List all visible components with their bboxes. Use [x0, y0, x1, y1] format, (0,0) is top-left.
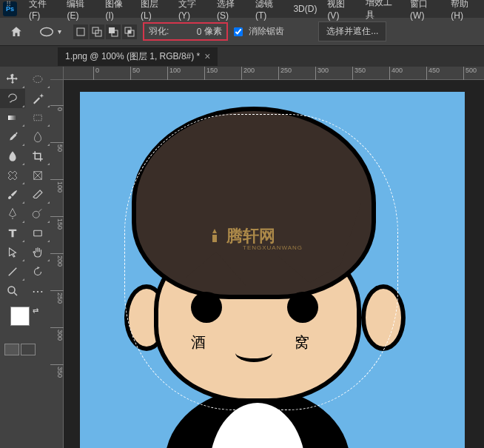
- ruler-tick: 0: [93, 67, 99, 80]
- canvas[interactable]: 酒 窝 腾轩网 TENGXUANWANG: [80, 92, 465, 448]
- swap-colors-icon[interactable]: ⇄: [33, 307, 38, 315]
- dodge-tool-icon[interactable]: [25, 204, 50, 224]
- magic-wand-tool-icon[interactable]: [25, 89, 50, 108]
- blur-tool-icon[interactable]: [0, 147, 25, 166]
- svg-rect-1: [77, 28, 84, 36]
- menu-type[interactable]: 文字(Y): [174, 0, 211, 22]
- edit-toolbar-icon[interactable]: ⋯: [25, 281, 50, 301]
- tool-preset-picker[interactable]: ▾: [33, 22, 67, 41]
- svg-point-13: [12, 218, 13, 219]
- canvas-area: 0 50 100 150 200 250 300 350 400 450 500…: [50, 67, 484, 448]
- pen-tool-icon[interactable]: [0, 204, 25, 224]
- svg-rect-11: [34, 115, 42, 121]
- selection-new-icon[interactable]: [73, 24, 88, 39]
- ruler-tick: 250: [50, 290, 64, 304]
- ruler-tick: 200: [50, 253, 64, 267]
- rotate-tool-icon[interactable]: [25, 262, 50, 281]
- feather-unit: 像素: [204, 25, 222, 38]
- ruler-tick: 300: [50, 327, 64, 341]
- svg-point-9: [33, 76, 42, 83]
- cheek-text-left: 酒: [191, 332, 206, 352]
- brush-tool-icon[interactable]: [0, 185, 25, 204]
- cheek-text-right: 窝: [295, 332, 309, 352]
- svg-rect-10: [8, 116, 17, 120]
- smudge-tool-icon[interactable]: [25, 127, 50, 147]
- menu-edit[interactable]: 编辑(E): [62, 0, 99, 22]
- ruler-tick: 450: [426, 67, 440, 80]
- frame-tool-icon[interactable]: [25, 166, 50, 185]
- ruler-tick: 100: [50, 179, 64, 193]
- svg-point-14: [33, 211, 39, 218]
- document-tab-title: 1.png @ 100% (图层 1, RGB/8#) *: [65, 50, 200, 63]
- menu-view[interactable]: 视图(V): [323, 0, 360, 22]
- type-tool-icon[interactable]: [0, 224, 25, 243]
- selection-add-icon[interactable]: [90, 24, 104, 39]
- hand-tool-icon[interactable]: [25, 243, 50, 262]
- vertical-ruler[interactable]: 0 50 100 150 200 250 300 350: [50, 80, 64, 448]
- feather-input[interactable]: [172, 27, 201, 37]
- menu-3d[interactable]: 3D(D): [289, 2, 321, 16]
- menu-plugins[interactable]: 增效工具: [361, 0, 404, 23]
- selection-subtract-icon[interactable]: [106, 24, 121, 39]
- panel-drag-handle[interactable]: ⠿: [6, 0, 11, 8]
- ruler-tick: 50: [130, 67, 140, 80]
- menu-file[interactable]: 文件(F): [24, 0, 61, 22]
- artwork-character: 酒 窝: [80, 92, 465, 448]
- feather-label: 羽化:: [149, 25, 169, 38]
- ruler-tick: 0: [50, 105, 64, 111]
- lasso-tool-icon[interactable]: [0, 89, 25, 108]
- ruler-tick: 300: [315, 67, 329, 80]
- close-tab-icon[interactable]: ×: [204, 50, 210, 62]
- menu-layer[interactable]: 图层(L): [136, 0, 172, 22]
- ruler-tick: 150: [50, 216, 64, 230]
- ruler-tick: 250: [278, 67, 292, 80]
- path-selection-tool-icon[interactable]: [0, 243, 25, 262]
- zoom-tool-icon[interactable]: [0, 281, 25, 301]
- healing-tool-icon[interactable]: [0, 166, 25, 185]
- select-and-mask-button[interactable]: 选择并遮住...: [318, 21, 386, 41]
- svg-point-0: [41, 27, 53, 36]
- quickmask-mode-icon[interactable]: [21, 344, 36, 355]
- ruler-tick: 350: [352, 67, 366, 80]
- line-tool-icon[interactable]: [0, 262, 25, 281]
- gradient-tool-icon[interactable]: [0, 108, 25, 127]
- options-bar: ▾ 羽化: 像素 消除锯齿 选择并遮住...: [0, 18, 484, 46]
- foreground-color-swatch[interactable]: [10, 307, 30, 326]
- ruler-tick: 350: [50, 364, 64, 378]
- document-tab[interactable]: 1.png @ 100% (图层 1, RGB/8#) * ×: [58, 47, 218, 66]
- eyedropper-tool-icon[interactable]: [0, 127, 25, 147]
- main-area: ⋯ ⇄ 0 50 100 150 200 250 300 350 400 450…: [0, 67, 484, 448]
- crop-tool-icon[interactable]: [25, 147, 50, 166]
- marquee-rect-tool-icon[interactable]: [25, 108, 50, 127]
- feather-control: 羽化: 像素: [143, 22, 228, 41]
- antialias-checkbox[interactable]: [234, 27, 243, 36]
- eraser-tool-icon[interactable]: [25, 185, 50, 204]
- document-tabbar: ⠿ 1.png @ 100% (图层 1, RGB/8#) * ×: [0, 46, 484, 67]
- ruler-tick: 200: [241, 67, 255, 80]
- menubar: Ps 文件(F) 编辑(E) 图像(I) 图层(L) 文字(Y) 选择(S) 滤…: [0, 0, 484, 18]
- toolbar: ⋯ ⇄: [0, 67, 50, 448]
- menu-filter[interactable]: 滤镜(T): [251, 0, 287, 22]
- menu-help[interactable]: 帮助(H): [446, 0, 484, 22]
- watermark-subtext: TENGXUANWANG: [243, 244, 303, 251]
- move-tool-icon[interactable]: [0, 70, 25, 89]
- ruler-origin[interactable]: [50, 67, 64, 80]
- ruler-tick: 400: [389, 67, 403, 80]
- menu-window[interactable]: 窗口(W): [406, 0, 445, 22]
- ruler-tick: 100: [167, 67, 181, 80]
- antialias-label: 消除锯齿: [249, 25, 284, 38]
- menu-select[interactable]: 选择(S): [212, 0, 249, 22]
- standard-mode-icon[interactable]: [4, 344, 19, 355]
- horizontal-ruler[interactable]: 0 50 100 150 200 250 300 350 400 450 500: [64, 67, 484, 80]
- selection-mode-group: [73, 24, 137, 39]
- color-swatch[interactable]: ⇄: [10, 307, 40, 336]
- menu-image[interactable]: 图像(I): [101, 0, 135, 22]
- svg-rect-8: [128, 30, 131, 33]
- home-button[interactable]: [6, 21, 27, 42]
- svg-point-16: [8, 287, 15, 293]
- shape-tool-icon[interactable]: [25, 224, 50, 243]
- marquee-tool-icon[interactable]: [25, 70, 50, 89]
- ruler-tick: 50: [50, 142, 64, 152]
- ruler-tick: 500: [463, 67, 477, 80]
- selection-intersect-icon[interactable]: [122, 24, 137, 39]
